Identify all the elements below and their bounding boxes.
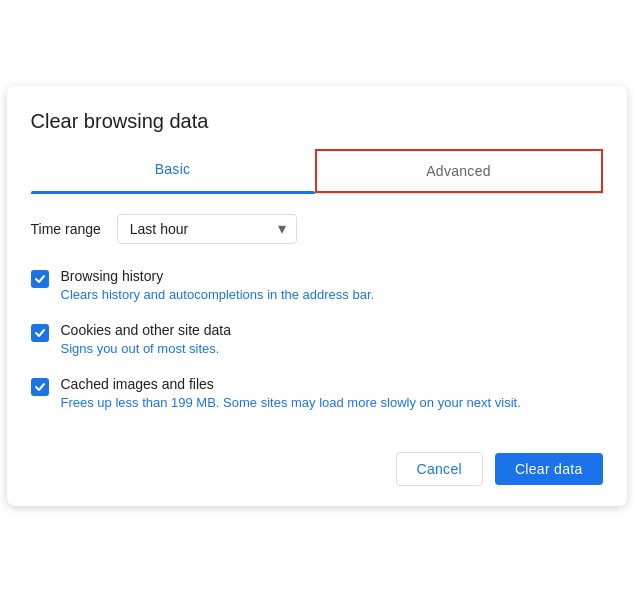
option-title-cached-images: Cached images and files bbox=[61, 376, 521, 392]
option-title-cookies: Cookies and other site data bbox=[61, 322, 231, 338]
time-range-select-wrapper[interactable]: Last hour Last 24 hours Last 7 days Last… bbox=[117, 214, 297, 244]
time-range-select[interactable]: Last hour Last 24 hours Last 7 days Last… bbox=[130, 221, 284, 237]
option-cached-images: Cached images and files Frees up less th… bbox=[31, 376, 603, 412]
option-desc-cookies: Signs you out of most sites. bbox=[61, 340, 231, 358]
clear-browsing-data-dialog: Clear browsing data Basic Advanced Time … bbox=[7, 86, 627, 507]
checkmark-icon bbox=[34, 327, 46, 339]
options-list: Browsing history Clears history and auto… bbox=[31, 268, 603, 413]
checkbox-cookies[interactable] bbox=[31, 324, 49, 342]
checkmark-icon bbox=[34, 273, 46, 285]
option-cookies: Cookies and other site data Signs you ou… bbox=[31, 322, 603, 358]
cancel-button[interactable]: Cancel bbox=[396, 452, 483, 486]
option-title-browsing-history: Browsing history bbox=[61, 268, 375, 284]
checkbox-cached-images[interactable] bbox=[31, 378, 49, 396]
dialog-footer: Cancel Clear data bbox=[31, 452, 603, 486]
time-range-row: Time range Last hour Last 24 hours Last … bbox=[31, 214, 603, 244]
tab-basic[interactable]: Basic bbox=[31, 149, 315, 193]
time-range-label: Time range bbox=[31, 221, 101, 237]
option-browsing-history: Browsing history Clears history and auto… bbox=[31, 268, 603, 304]
option-desc-cached-images: Frees up less than 199 MB. Some sites ma… bbox=[61, 394, 521, 412]
checkmark-icon bbox=[34, 381, 46, 393]
clear-data-button[interactable]: Clear data bbox=[495, 453, 603, 485]
tab-advanced[interactable]: Advanced bbox=[315, 149, 603, 193]
tab-bar: Basic Advanced bbox=[31, 149, 603, 194]
option-desc-browsing-history: Clears history and autocompletions in th… bbox=[61, 286, 375, 304]
checkbox-browsing-history[interactable] bbox=[31, 270, 49, 288]
dialog-title: Clear browsing data bbox=[31, 110, 603, 133]
